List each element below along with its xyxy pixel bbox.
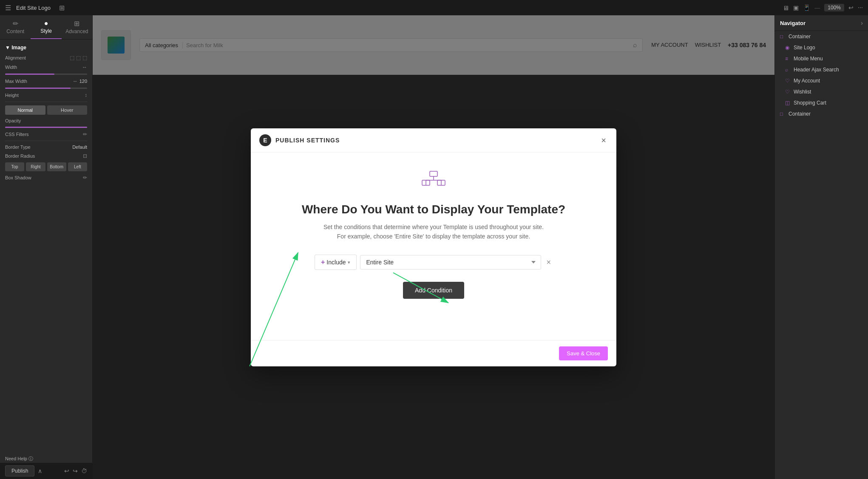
navigator-header: Navigator › [775,15,868,31]
modal-footer: Save & Close [251,340,616,366]
box-shadow-label: Box Shadow [5,175,31,180]
image-section: ▼ Image Alignment ⬚ ⬚ ⬚ Width ↔ Max Widt… [0,40,92,189]
separator: — [814,5,820,11]
right-sidebar: Navigator › □ Container ◉ Site Logo ≡ Mo… [774,15,868,479]
include-button[interactable]: + Include ▾ [315,255,357,270]
tab-advanced[interactable]: ⊞ Advanced [62,15,92,39]
undo-icon[interactable]: ↩ [848,4,854,11]
modal-header: E PUBLISH SETTINGS × [251,128,616,153]
hamburger-icon[interactable]: ☰ [5,4,11,12]
top-right-btn[interactable]: Right [26,162,45,171]
top-left-btn[interactable]: Top [5,162,24,171]
need-help-link[interactable]: Need Help ⓘ [5,456,33,462]
css-filters-edit-icon[interactable]: ✏ [83,131,87,137]
nav-item-site-logo[interactable]: ◉ Site Logo [775,42,868,53]
include-plus-icon: + [321,258,325,266]
search-nav-icon: ⌕ [785,67,791,73]
border-radius-label: Border Radius [5,153,35,159]
nav-item-mobile-menu[interactable]: ≡ Mobile Menu [775,53,868,64]
nav-label-shopping-cart: Shopping Cart [794,100,826,106]
css-filters-row: CSS Filters ✏ [5,131,87,137]
modal-heading: Where Do You Want to Display Your Templa… [302,203,565,216]
nav-item-container-2[interactable]: □ Container [775,108,868,119]
opacity-slider[interactable] [5,127,87,128]
max-width-label: Max Width [5,79,27,84]
box-shadow-edit-icon[interactable]: ✏ [83,175,87,181]
tab-content[interactable]: ✏ Content [0,15,31,39]
width-icon[interactable]: ↔ [82,64,87,70]
add-condition-button[interactable]: Add Condition [403,282,464,299]
nav-item-wishlist[interactable]: ♡ Wishlist [775,86,868,97]
nav-item-container-1[interactable]: □ Container [775,31,868,42]
nav-label-wishlist: Wishlist [794,89,811,95]
tab-style[interactable]: ● Style [31,15,61,39]
svg-rect-0 [430,171,437,176]
max-width-slider[interactable] [5,88,87,89]
navigator-close-icon[interactable]: › [861,20,863,26]
elementor-icon: E [259,134,271,146]
border-radius-icon[interactable]: ⊡ [83,153,87,159]
nav-item-shopping-cart[interactable]: ◫ Shopping Cart [775,97,868,108]
site-logo-nav-icon: ◉ [785,45,791,51]
publish-button[interactable]: Publish [5,465,34,476]
image-section-title: ▼ Image [5,45,87,51]
save-close-button[interactable]: Save & Close [559,346,608,360]
expand-icon[interactable]: ∧ [38,468,42,474]
modal-close-button[interactable]: × [599,136,608,145]
border-radius-row: Border Radius ⊡ [5,153,87,159]
tablet-icon[interactable]: ▣ [793,4,799,11]
normal-state-btn[interactable]: Normal [5,105,45,115]
modal-description: Set the conditions that determine where … [323,222,544,241]
max-width-row: Max Width ↔ 120 [5,78,87,84]
bottom-right-btn[interactable]: Bottom [47,162,66,171]
redo-bar-icon[interactable]: ↪ [73,468,78,474]
width-slider[interactable] [5,74,87,75]
publish-bar: Publish ∧ ↩ ↪ ⏱ [0,463,92,479]
desktop-icon[interactable]: 🖥 [783,4,789,11]
align-center-icon[interactable]: ⬚ [76,55,81,61]
width-row: Width ↔ [5,64,87,70]
border-type-row: Border Type Default [5,145,87,150]
modal-body: Where Do You Want to Display Your Templa… [251,153,616,340]
align-right-icon[interactable]: ⬚ [82,55,87,61]
publish-settings-modal: E PUBLISH SETTINGS × [251,128,616,366]
include-chevron-icon: ▾ [348,260,350,265]
nav-item-my-account[interactable]: ♡ My Account [775,75,868,86]
nav-label-my-account: My Account [794,78,820,84]
border-type-label: Border Type [5,145,31,150]
grid-icon[interactable]: ⊞ [59,4,65,12]
border-type-value[interactable]: Default [72,145,87,150]
condition-remove-button[interactable]: × [545,257,553,268]
width-label: Width [5,65,17,70]
right-icons: ⋯ [858,5,863,11]
box-shadow-row: Box Shadow ✏ [5,175,87,181]
alignment-label: Alignment [5,55,26,60]
max-width-icon[interactable]: ↔ [73,78,78,84]
condition-select[interactable]: Entire Site [360,255,542,269]
nav-label-mobile-menu: Mobile Menu [794,56,823,62]
nav-item-header-search[interactable]: ⌕ Header Ajax Search [775,64,868,75]
container-icon-2: □ [780,111,786,117]
top-bar: ☰ Edit Site Logo ⊞ 🖥 ▣ 📱 — 100% ↩ ⋯ [0,0,868,15]
container-icon-1: □ [780,34,786,40]
zoom-percent[interactable]: 100% [824,4,844,11]
hover-state-btn[interactable]: Hover [47,105,88,115]
account-nav-icon: ♡ [785,78,791,84]
undo-bar-icon[interactable]: ↩ [64,468,69,474]
history-icon[interactable]: ⏱ [81,468,87,474]
opacity-label: Opacity [5,118,21,123]
navigator-title: Navigator [780,20,806,26]
align-left-icon[interactable]: ⬚ [70,55,74,61]
mobile-icon[interactable]: 📱 [803,4,810,11]
nav-label-site-logo: Site Logo [794,45,815,51]
condition-row: + Include ▾ Entire Site × [315,255,553,270]
height-icon[interactable]: ↕ [85,92,87,98]
content-icon: ✏ [0,20,31,28]
hierarchy-svg [421,170,446,191]
top-bar-controls: 🖥 ▣ 📱 — 100% ↩ ⋯ [783,4,863,11]
bottom-left-btn[interactable]: Left [68,162,87,171]
canvas-area: All categories Search for Milk ⌕ MY ACCO… [93,15,774,479]
wishlist-nav-icon: ♡ [785,89,791,95]
mobile-menu-nav-icon: ≡ [785,56,791,62]
top-bar-title: Edit Site Logo [16,5,51,11]
